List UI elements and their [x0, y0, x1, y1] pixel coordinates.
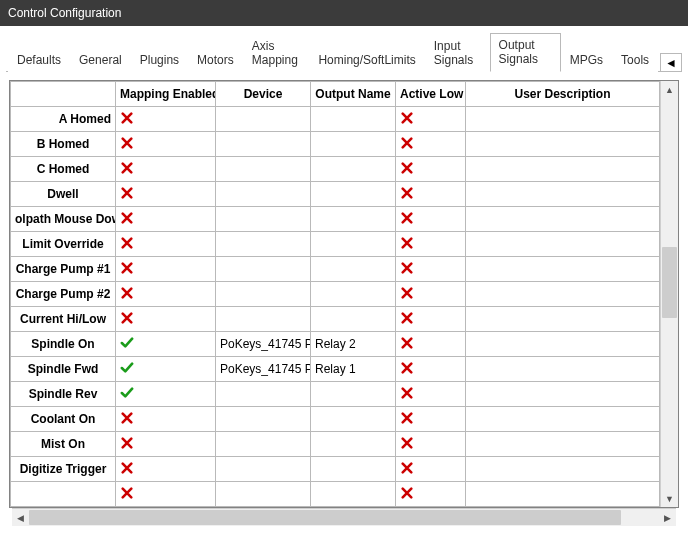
tab-plugins[interactable]: Plugins: [131, 48, 188, 72]
cell-user-description[interactable]: [466, 157, 660, 182]
row-header[interactable]: Spindle Rev: [11, 382, 116, 407]
cell-output-name[interactable]: [311, 382, 396, 407]
cell-user-description[interactable]: [466, 482, 660, 507]
row-header[interactable]: Spindle On: [11, 332, 116, 357]
scroll-left-button[interactable]: ◀: [12, 509, 29, 526]
cell-device[interactable]: [216, 157, 311, 182]
cell-active-low[interactable]: [396, 107, 466, 132]
cell-mapping-enabled[interactable]: [116, 457, 216, 482]
row-header[interactable]: C Homed: [11, 157, 116, 182]
scroll-track-h[interactable]: [29, 509, 659, 526]
row-header[interactable]: Coolant On: [11, 407, 116, 432]
cell-output-name[interactable]: [311, 257, 396, 282]
tab-mpgs[interactable]: MPGs: [561, 48, 612, 72]
table-row[interactable]: Spindle FwdPoKeys_41745 PERelay 1: [11, 357, 660, 382]
cell-output-name[interactable]: [311, 182, 396, 207]
cell-output-name[interactable]: [311, 107, 396, 132]
cell-output-name[interactable]: [311, 432, 396, 457]
cell-mapping-enabled[interactable]: [116, 232, 216, 257]
scroll-right-button[interactable]: ▶: [659, 509, 676, 526]
cell-user-description[interactable]: [466, 132, 660, 157]
cell-device[interactable]: [216, 232, 311, 257]
row-header[interactable]: [11, 482, 116, 507]
cell-output-name[interactable]: [311, 407, 396, 432]
cell-mapping-enabled[interactable]: [116, 107, 216, 132]
table-row[interactable]: Spindle Rev: [11, 382, 660, 407]
tab-motors[interactable]: Motors: [188, 48, 243, 72]
cell-active-low[interactable]: [396, 382, 466, 407]
row-header[interactable]: Spindle Fwd: [11, 357, 116, 382]
scroll-thumb[interactable]: [662, 247, 677, 318]
column-header-mapping-enabled[interactable]: Mapping Enabled: [116, 82, 216, 107]
cell-user-description[interactable]: [466, 207, 660, 232]
row-header[interactable]: olpath Mouse Dow: [11, 207, 116, 232]
cell-active-low[interactable]: [396, 307, 466, 332]
cell-active-low[interactable]: [396, 157, 466, 182]
cell-output-name[interactable]: [311, 232, 396, 257]
cell-mapping-enabled[interactable]: [116, 357, 216, 382]
cell-active-low[interactable]: [396, 182, 466, 207]
cell-device[interactable]: [216, 132, 311, 157]
tab-homing-softlimits[interactable]: Homing/SoftLimits: [309, 48, 424, 72]
cell-user-description[interactable]: [466, 257, 660, 282]
cell-device[interactable]: [216, 407, 311, 432]
table-row[interactable]: Limit Override: [11, 232, 660, 257]
tab-defaults[interactable]: Defaults: [8, 48, 70, 72]
column-header-user-description[interactable]: User Description: [466, 82, 660, 107]
cell-user-description[interactable]: [466, 407, 660, 432]
cell-device[interactable]: [216, 257, 311, 282]
vertical-scrollbar[interactable]: ▲ ▼: [660, 81, 679, 507]
column-header-output-name[interactable]: Output Name: [311, 82, 396, 107]
cell-output-name[interactable]: Relay 1: [311, 357, 396, 382]
cell-mapping-enabled[interactable]: [116, 282, 216, 307]
cell-device[interactable]: [216, 382, 311, 407]
cell-device[interactable]: PoKeys_41745 PE: [216, 357, 311, 382]
row-header[interactable]: Current Hi/Low: [11, 307, 116, 332]
cell-user-description[interactable]: [466, 432, 660, 457]
tab-axis-mapping[interactable]: Axis Mapping: [243, 34, 310, 72]
cell-user-description[interactable]: [466, 107, 660, 132]
cell-active-low[interactable]: [396, 232, 466, 257]
cell-active-low[interactable]: [396, 357, 466, 382]
cell-device[interactable]: [216, 182, 311, 207]
cell-device[interactable]: [216, 457, 311, 482]
table-row[interactable]: Current Hi/Low: [11, 307, 660, 332]
cell-active-low[interactable]: [396, 132, 466, 157]
table-row[interactable]: Dwell: [11, 182, 660, 207]
row-header[interactable]: B Homed: [11, 132, 116, 157]
row-header[interactable]: Charge Pump #2: [11, 282, 116, 307]
tab-general[interactable]: General: [70, 48, 131, 72]
cell-user-description[interactable]: [466, 307, 660, 332]
column-header-active-low[interactable]: Active Low: [396, 82, 466, 107]
cell-output-name[interactable]: [311, 307, 396, 332]
cell-active-low[interactable]: [396, 482, 466, 507]
cell-mapping-enabled[interactable]: [116, 432, 216, 457]
cell-mapping-enabled[interactable]: [116, 157, 216, 182]
cell-user-description[interactable]: [466, 457, 660, 482]
cell-mapping-enabled[interactable]: [116, 332, 216, 357]
tab-tools[interactable]: Tools: [612, 48, 658, 72]
row-header[interactable]: Dwell: [11, 182, 116, 207]
cell-output-name[interactable]: [311, 457, 396, 482]
cell-active-low[interactable]: [396, 257, 466, 282]
cell-device[interactable]: PoKeys_41745 PE: [216, 332, 311, 357]
tab-input-signals[interactable]: Input Signals: [425, 34, 490, 72]
cell-user-description[interactable]: [466, 282, 660, 307]
table-row[interactable]: Mist On: [11, 432, 660, 457]
cell-mapping-enabled[interactable]: [116, 382, 216, 407]
cell-user-description[interactable]: [466, 357, 660, 382]
cell-active-low[interactable]: [396, 282, 466, 307]
tab-overflow-button[interactable]: ◄: [660, 53, 682, 72]
scroll-thumb-h[interactable]: [29, 510, 621, 525]
cell-user-description[interactable]: [466, 332, 660, 357]
cell-mapping-enabled[interactable]: [116, 257, 216, 282]
cell-user-description[interactable]: [466, 182, 660, 207]
row-header[interactable]: A Homed: [11, 107, 116, 132]
cell-active-low[interactable]: [396, 432, 466, 457]
cell-user-description[interactable]: [466, 382, 660, 407]
cell-output-name[interactable]: [311, 207, 396, 232]
scroll-down-button[interactable]: ▼: [661, 490, 678, 507]
cell-output-name[interactable]: [311, 132, 396, 157]
scroll-track[interactable]: [661, 98, 678, 490]
cell-mapping-enabled[interactable]: [116, 307, 216, 332]
